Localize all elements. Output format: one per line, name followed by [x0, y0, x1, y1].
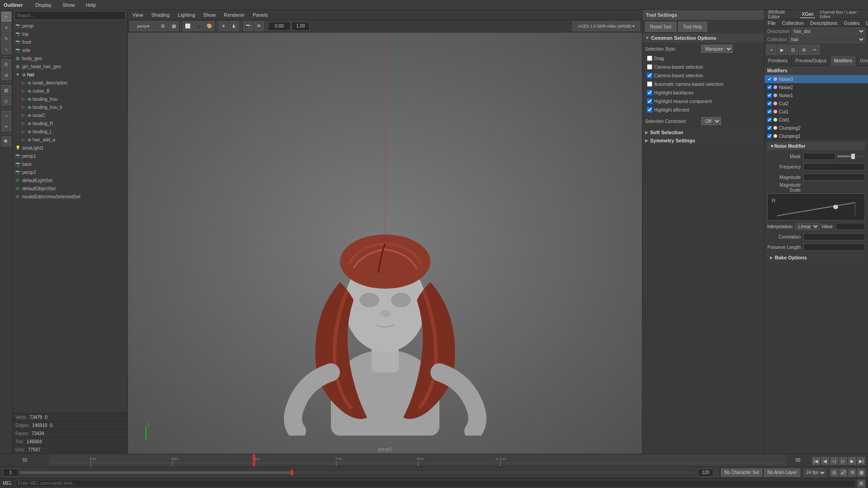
prev-frame-btn[interactable]: ◀ [821, 457, 829, 465]
tab-xgen[interactable]: XGen [800, 11, 816, 18]
search-input[interactable] [17, 13, 123, 18]
xm-log[interactable]: Log [864, 20, 868, 26]
highlight-nearest-checkbox[interactable] [647, 99, 652, 104]
char-set-btn[interactable]: No Character Set [721, 469, 762, 477]
outliner-item-touding-l[interactable]: ▷ ⊕ touding_L [13, 127, 127, 136]
modifier-clumping2[interactable]: Clumping2 [764, 124, 868, 132]
highlight-affected-checkbox[interactable] [647, 107, 652, 113]
outliner-item-persp2[interactable]: 📷 persp2 [13, 168, 127, 176]
outliner-item-model-editor-set[interactable]: ⊞ modelEditorViewSelectedSet [13, 192, 127, 201]
constraint-dropdown[interactable]: Off [701, 117, 721, 125]
cut2-checkbox[interactable] [767, 101, 772, 106]
cam-based-checkbox-1[interactable] [647, 64, 652, 70]
outliner-item-girl-head[interactable]: ▦ girl_head_hair_geo [13, 62, 127, 70]
outliner-item-touding-hou-b[interactable]: ▷ ⊕ touding_hou_b [13, 103, 127, 111]
move-tool-btn[interactable]: ✛ [1, 23, 11, 33]
vp-cam-btn[interactable]: 📷 [243, 21, 253, 31]
fps-select[interactable]: 24 fps [804, 469, 826, 477]
xm-guides[interactable]: Guides [843, 20, 861, 26]
outliner-item-persp1[interactable]: 📷 persp1 [13, 152, 127, 160]
outliner-item-nuhar[interactable]: ▷ ⊕ nuhar_B [13, 87, 127, 95]
vp-show-btn[interactable]: 👁 [254, 21, 264, 31]
viewport-canvas[interactable]: Y persp2 [128, 33, 642, 454]
outliner-item-side[interactable]: 📷 side [13, 46, 127, 54]
outliner-item-hair[interactable]: ▼ ⊕ hair [13, 70, 127, 79]
outliner-item-default-object-set[interactable]: ⊞ defaultObjectSet [13, 184, 127, 192]
script-editor-btn[interactable]: ⊞ [857, 479, 865, 488]
drag-checkbox[interactable] [647, 56, 652, 61]
modifier-noise1[interactable]: Noise1 [764, 91, 868, 99]
noise2-checkbox[interactable] [767, 85, 772, 89]
command-input[interactable] [16, 480, 855, 487]
collection-select[interactable]: hair [789, 36, 865, 43]
search-scene-btn[interactable]: 🔍 [1, 136, 11, 146]
tool-help-btn[interactable]: Tool Help [678, 22, 707, 32]
menu-display[interactable]: Display [33, 1, 53, 9]
auto-cam-checkbox[interactable] [647, 81, 652, 87]
noise1-checkbox[interactable] [767, 93, 772, 98]
tab-grooming[interactable]: Grooming [856, 56, 868, 66]
go-end-btn[interactable]: ▶| [857, 457, 865, 465]
color-space-selector[interactable]: ACES 1.0 SDR-video (sRGB) ▾ [572, 21, 640, 31]
curve-btn[interactable]: ∿ [1, 111, 11, 121]
outliner-item-touding-hou[interactable]: ▷ ⊕ touding_hou [13, 95, 127, 103]
outliner-item-back[interactable]: 📷 back [13, 160, 127, 168]
modifier-noise3[interactable]: Noise3 [764, 75, 868, 83]
magnitude-input[interactable]: rand(5, 10) [803, 174, 865, 181]
show-hide-btn[interactable]: ☰ [1, 59, 11, 69]
rotate-tool-btn[interactable]: ↻ [1, 33, 11, 43]
value-input[interactable]: 0.000 [835, 223, 865, 230]
mask-slider[interactable] [837, 155, 866, 157]
play-btn[interactable]: ▷ [839, 457, 847, 465]
xm-file[interactable]: File [766, 20, 777, 26]
cut1-checkbox[interactable] [767, 109, 772, 114]
highlight-backfaces-checkbox[interactable] [647, 90, 652, 95]
vp-shadow-btn[interactable]: ◐ [229, 21, 239, 31]
clumping2-checkbox[interactable] [767, 126, 772, 130]
utility-btn-1[interactable]: ⊟ [830, 469, 838, 477]
bake-options-header[interactable]: ▶ Bake Options [767, 253, 865, 262]
vp-menu-shading[interactable]: Shading [150, 11, 171, 19]
tab-preview-output[interactable]: Preview/Output [792, 56, 830, 66]
pb-end-input[interactable] [698, 469, 713, 477]
mask-input[interactable]: 5 [803, 153, 835, 160]
vp-menu-lighting[interactable]: Lighting [176, 11, 197, 19]
go-start-btn[interactable]: |◀ [812, 457, 820, 465]
vp-wire-btn[interactable]: ⬜ [183, 21, 193, 31]
pb-start-input[interactable] [3, 469, 19, 477]
render-btn[interactable]: ▦ [1, 85, 11, 95]
preserve-length-input[interactable]: 0.0 [803, 244, 865, 251]
outliner-item-touding-r[interactable]: ▷ ⊕ touding_R [13, 119, 127, 127]
common-selection-header[interactable]: ▼ Common Selection Options [642, 33, 764, 42]
xm-descriptions[interactable]: Descriptions [809, 20, 839, 26]
xgen-modifiers-btn[interactable]: ⚙ [799, 45, 809, 55]
vp-smooth-btn[interactable]: ⚫ [193, 21, 203, 31]
tab-primitives[interactable]: Primitives [764, 56, 792, 66]
interp-select[interactable]: Linear [795, 223, 820, 230]
utility-btn-3[interactable]: ⚙ [848, 469, 856, 477]
timeline-ticks[interactable]: 10 30 50 70 90 110 [50, 454, 787, 466]
xgen-grooming-btn[interactable]: ✂ [810, 45, 820, 55]
modifier-cut1[interactable]: Cut1 [764, 108, 868, 116]
outliner-item-hair-add[interactable]: ▷ ⊕ hair_add_a [13, 136, 127, 144]
time-input[interactable] [292, 22, 310, 31]
outliner-item-body-geo[interactable]: ▦ body_geo [13, 54, 127, 62]
anim-layer-btn[interactable]: No Anim Layer [764, 469, 800, 477]
vp-menu-panels[interactable]: Panels [251, 11, 270, 19]
coil1-checkbox[interactable] [767, 117, 772, 122]
outliner-item-top[interactable]: 📷 top [13, 30, 127, 38]
utility-btn-2[interactable]: 🔊 [839, 469, 847, 477]
frame-input[interactable] [268, 22, 291, 31]
select-tool-btn[interactable]: ↖ [1, 12, 11, 22]
paint-btn[interactable]: ✏ [1, 122, 11, 131]
play-back-btn[interactable]: ◁ [830, 457, 838, 465]
tab-channel-box[interactable]: Channel Box / Layer Editor [818, 10, 866, 20]
vp-btn-2[interactable]: ▦ [169, 21, 179, 31]
outliner-item-lunali[interactable]: ▷ ⊕ lunali_description [13, 79, 127, 87]
xray-btn[interactable]: ◎ [1, 96, 11, 106]
search-bar[interactable] [14, 11, 126, 20]
mask-slider-thumb[interactable] [851, 154, 855, 159]
utility-btn-4[interactable]: ▦ [857, 469, 865, 477]
snap-btn[interactable]: ⊞ [1, 70, 11, 80]
menu-show[interactable]: Show [61, 1, 77, 9]
